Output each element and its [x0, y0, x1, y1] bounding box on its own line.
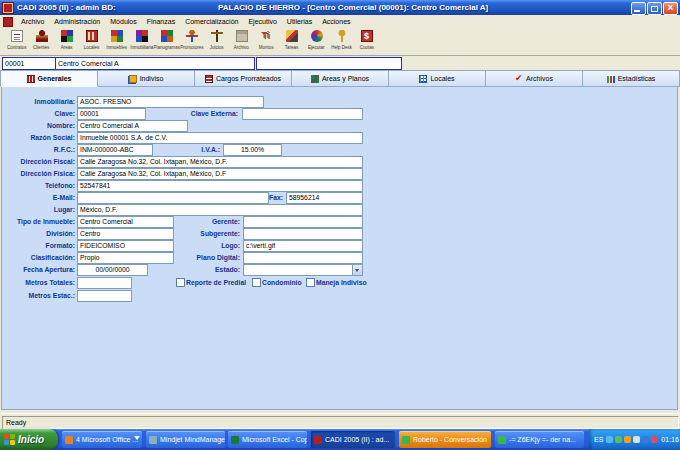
archivo-icon [236, 30, 248, 42]
toolbar-button-help-desk[interactable]: Help Desk [329, 28, 354, 54]
formato-field[interactable]: FIDEICOMISO [77, 240, 174, 252]
menu-finanzas[interactable]: Finanzas [142, 16, 180, 28]
toolbar-button-promotores[interactable]: Promotores [179, 28, 204, 54]
record-extra-field[interactable] [256, 57, 402, 70]
toolbar-label: Archivo [234, 44, 249, 49]
toolbar-button-juicios[interactable]: Juicios [204, 28, 229, 54]
toolbar-label: Juicios [210, 44, 224, 49]
restore-button[interactable] [647, 2, 662, 15]
toolbar-button-inmobiliaria[interactable]: Inmobiliaria [129, 28, 154, 54]
menu-administracion[interactable]: Administración [49, 16, 105, 28]
toolbar-button-clientes[interactable]: Clientes [29, 28, 54, 54]
toolbar-button-locales[interactable]: Locales [79, 28, 104, 54]
tab-cargos-prorrateados[interactable]: Cargos Prorrateados [195, 70, 292, 87]
tab-label: Locales [430, 75, 454, 82]
toolbar-label: Inmobiliaria [130, 44, 153, 49]
messenger-icon[interactable] [615, 436, 622, 443]
toolbar-label: Locales [84, 44, 100, 49]
taskbar-button-roberto-conversacion[interactable]: Roberto - Conversación [399, 431, 491, 448]
taskbar-button-mindjet-mindmanager[interactable]: Mindjet MindManager ... [146, 431, 225, 448]
toolbar-button-inmuebles[interactable]: Inmuebles [104, 28, 129, 54]
toolbar-button-ejecutar[interactable]: Ejecutar [304, 28, 329, 54]
tab-strip: GeneralesIndivisoCargos ProrrateadosArea… [0, 70, 680, 87]
direccion-fiscal-field[interactable]: Calle Zaragosa No.32, Col. Ixtapan, Méxi… [77, 156, 363, 168]
toolbar-button-cuotas[interactable]: Cuotas [354, 28, 379, 54]
minimize-button[interactable] [631, 2, 646, 15]
record-name-field[interactable]: Centro Comercial A [55, 57, 255, 70]
cadi-icon [314, 436, 322, 444]
document-title: PALACIO DE HIERRO - [Centro Comercial (0… [218, 3, 488, 12]
toolbar-button-tareas[interactable]: Tareas [279, 28, 304, 54]
toolbar-button-planogramas[interactable]: Planogramas [154, 28, 179, 54]
toolbar-label: Planogramas [153, 44, 180, 49]
direccion-fisica-field[interactable]: Calle Zaragosa No.32, Col. Ixtapan, Méxi… [77, 168, 363, 180]
menu-acciones[interactable]: Acciones [317, 16, 355, 28]
metros-totales-field[interactable] [77, 277, 132, 289]
toolbar-button-montos[interactable]: Montos [254, 28, 279, 54]
messenger-icon [498, 436, 506, 444]
telefono-field[interactable]: 52547841 [77, 180, 363, 192]
clasificacion-field[interactable]: Propio [77, 252, 174, 264]
fax-field[interactable]: 58956214 [286, 192, 363, 204]
messenger-icon [402, 436, 410, 444]
locales-icon [86, 30, 98, 42]
display-icon[interactable] [633, 436, 640, 443]
inmobiliaria-field[interactable]: ASOC. FRESNO [77, 96, 264, 108]
toolbar-label: Areas [61, 44, 73, 49]
menu-comercializacion[interactable]: Comercialización [180, 16, 243, 28]
start-button[interactable]: Inicio [0, 429, 58, 450]
group-expand-icon[interactable] [134, 436, 140, 443]
plano-digital-field[interactable] [243, 252, 363, 264]
fecha-apertura-field[interactable]: 00/00/0000 [77, 264, 148, 276]
menu-modulos[interactable]: Módulos [105, 16, 141, 28]
logo-field[interactable]: c:\verti.gif [243, 240, 363, 252]
record-code-field[interactable]: 00001 [2, 57, 56, 70]
tab-locales[interactable]: Locales [389, 70, 486, 87]
subgerente-field[interactable] [243, 228, 363, 240]
dropdown-arrow-icon[interactable] [352, 265, 362, 275]
tab-generales[interactable]: Generales [0, 70, 98, 87]
toolbar-button-archivo[interactable]: Archivo [229, 28, 254, 54]
lugar-field[interactable]: México, D.F. [77, 204, 363, 216]
update-icon[interactable] [624, 436, 631, 443]
tipo-de-inmueble-field[interactable]: Centro Comercial [77, 216, 174, 228]
alert-icon[interactable] [651, 436, 658, 443]
mdi-child-icon[interactable] [3, 17, 13, 27]
toolbar: ContratosClientesAreasLocalesInmueblesIn… [0, 28, 680, 56]
clock[interactable]: 01:16 p.m. [661, 436, 680, 443]
razon-social-field[interactable]: Inmueble 00001 S.A. de C.V. [77, 132, 363, 144]
toolbar-button-contratos[interactable]: Contratos [4, 28, 29, 54]
tab-label: Cargos Prorrateados [216, 75, 281, 82]
clave-externa-field[interactable] [242, 108, 363, 120]
taskbar-button-cadi-2005-ii-ad[interactable]: CADI 2005 (II) : ad... [311, 431, 395, 448]
planogramas-icon [161, 30, 173, 42]
inmuebles-icon [111, 30, 123, 42]
network-icon[interactable] [642, 436, 649, 443]
taskbar-button-4-microsoft-office[interactable]: 4 Microsoft Office ... [62, 431, 142, 448]
metros-estac-field[interactable] [77, 290, 132, 302]
menu-utilerias[interactable]: Utilerias [282, 16, 317, 28]
close-button[interactable] [663, 2, 678, 15]
tab-estadisticas[interactable]: Estadísticas [583, 70, 680, 87]
r-f-c-field[interactable]: INM-000000-ABC [77, 144, 153, 156]
division-field[interactable]: Centro [77, 228, 174, 240]
tab-indiviso[interactable]: Indiviso [98, 70, 195, 87]
taskbar-button-microsoft-excel-copi[interactable]: Microsoft Excel - Copi... [228, 431, 307, 448]
nombre-field[interactable]: Centro Comercial A [77, 120, 188, 132]
tab-archivos[interactable]: Archivos [486, 70, 583, 87]
clave-field[interactable]: 00001 [77, 108, 146, 120]
toolbar-button-areas[interactable]: Areas [54, 28, 79, 54]
language-indicator[interactable]: ES [594, 436, 603, 443]
taskbar-button-z6ekjy-der-na[interactable]: -= Z6EKjy =- der na... [495, 431, 584, 448]
gerente-field[interactable] [243, 216, 363, 228]
tareas-icon [286, 30, 298, 42]
estado-field[interactable] [243, 264, 363, 276]
menu-ejecutivo[interactable]: Ejecutivo [243, 16, 281, 28]
i-v-a-field[interactable]: 15.00% [223, 144, 282, 156]
tab-areas-y-planos[interactable]: Areas y Planos [292, 70, 389, 87]
toolbar-label: Help Desk [331, 44, 352, 49]
menu-archivo[interactable]: Archivo [16, 16, 49, 28]
media-player-icon[interactable] [606, 436, 613, 443]
e-mail-field[interactable] [77, 192, 269, 204]
taskbar-button-label: Microsoft Excel - Copi... [242, 436, 307, 443]
